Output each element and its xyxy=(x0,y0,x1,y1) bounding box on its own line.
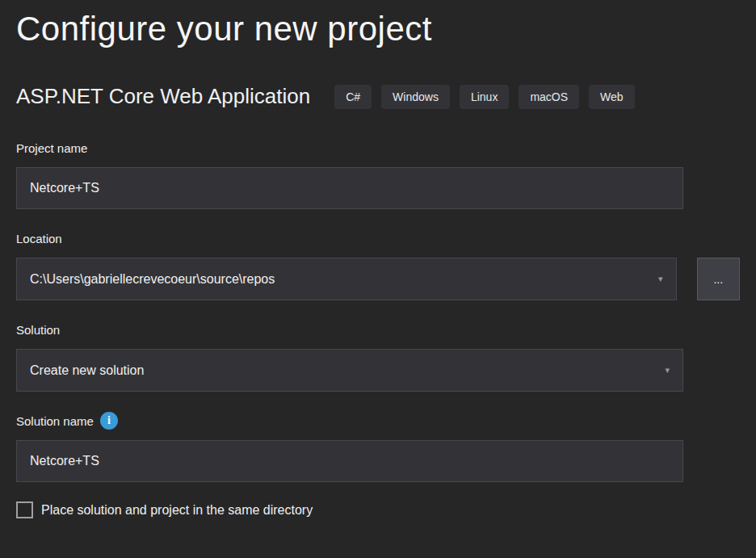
solution-combobox[interactable]: Create new solution ▾ xyxy=(16,349,683,392)
project-name-input[interactable] xyxy=(16,167,683,209)
solution-name-label: Solution name i xyxy=(16,413,740,429)
chevron-down-icon[interactable]: ▾ xyxy=(665,365,670,375)
location-row: C:\Users\gabriellecrevecoeur\source\repo… xyxy=(16,258,740,300)
tag-macos: macOS xyxy=(519,85,579,109)
tag-windows: Windows xyxy=(381,85,450,109)
chevron-down-icon[interactable]: ▾ xyxy=(658,274,663,284)
tag-linux: Linux xyxy=(460,85,509,109)
solution-label: Solution xyxy=(16,321,740,338)
same-directory-label: Place solution and project in the same d… xyxy=(41,503,313,518)
solution-row: Create new solution ▾ xyxy=(16,349,740,392)
solution-value: Create new solution xyxy=(30,363,655,378)
template-tags: C# Windows Linux macOS Web xyxy=(334,85,634,109)
project-name-label: Project name xyxy=(16,140,740,156)
same-directory-row: Place solution and project in the same d… xyxy=(16,501,740,518)
location-combobox[interactable]: C:\Users\gabriellecrevecoeur\source\repo… xyxy=(16,258,677,300)
location-label: Location xyxy=(16,230,740,246)
location-value: C:\Users\gabriellecrevecoeur\source\repo… xyxy=(30,272,649,287)
tag-csharp: C# xyxy=(334,85,372,109)
browse-button[interactable]: ... xyxy=(697,258,740,300)
same-directory-checkbox[interactable] xyxy=(16,501,33,518)
template-row: ASP.NET Core Web Application C# Windows … xyxy=(16,84,740,109)
configure-project-dialog: Configure your new project ASP.NET Core … xyxy=(0,0,756,518)
info-icon[interactable]: i xyxy=(100,412,118,430)
page-title: Configure your new project xyxy=(16,6,740,52)
solution-name-input[interactable] xyxy=(16,440,683,482)
template-name: ASP.NET Core Web Application xyxy=(16,84,310,109)
tag-web: Web xyxy=(589,85,635,109)
